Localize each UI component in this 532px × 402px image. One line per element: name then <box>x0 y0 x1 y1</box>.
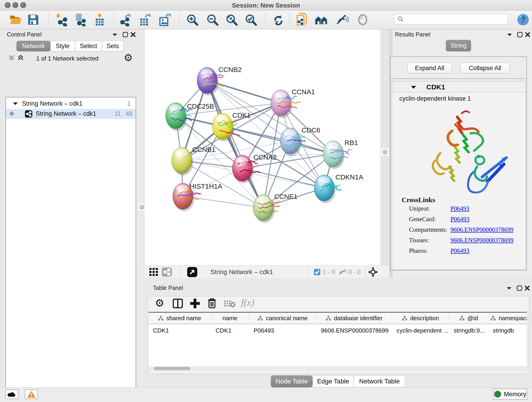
table-horizontal-scrollbar[interactable] <box>148 366 527 371</box>
tab-style[interactable]: Style <box>51 41 75 51</box>
crosslink-link[interactable]: 9606.ENSP00000378699 <box>450 226 513 233</box>
column-header-name[interactable]: name <box>211 313 249 324</box>
network-node-ccnb2[interactable]: CCNB2 <box>197 66 242 96</box>
column-header-description[interactable]: description <box>392 313 449 324</box>
import-table-icon[interactable] <box>93 12 107 27</box>
table-cell[interactable]: P06493 <box>249 325 317 336</box>
birds-eye-view-icon[interactable] <box>368 267 378 277</box>
tab-network[interactable]: Network <box>17 41 51 51</box>
network-options-gear-icon[interactable]: ⚙ <box>124 53 133 63</box>
network-node-cdkn1a[interactable]: CDKN1A <box>314 173 363 203</box>
collapse-all-button[interactable]: Collapse All <box>461 63 510 73</box>
refresh-icon[interactable] <box>271 12 285 27</box>
network-graph[interactable]: CCNB2CCNA1CDC25BCDK1CDC6RB1CCNB1CCNA2CDK… <box>145 29 380 265</box>
table-cell[interactable]: cyclin-dependent ... <box>392 325 449 336</box>
crosslink-link[interactable]: P06493 <box>450 247 469 254</box>
delete-column-icon[interactable] <box>207 298 217 309</box>
share-document-icon[interactable] <box>295 12 309 27</box>
table-cell[interactable]: CDK1 <box>211 325 249 336</box>
add-column-icon[interactable] <box>190 298 200 309</box>
cloud-button[interactable] <box>5 389 19 399</box>
zoom-selected-icon[interactable] <box>244 12 258 27</box>
collection-expand-icon[interactable] <box>12 102 18 106</box>
export-table-icon[interactable] <box>138 12 152 27</box>
expand-all-button[interactable]: Expand All <box>407 63 452 73</box>
function-builder-icon[interactable]: f(x) <box>241 297 254 308</box>
network-node-cdk1[interactable]: CDK1 <box>212 111 251 141</box>
network-row-selected[interactable]: String Network – cdk1 11 48 <box>6 109 136 119</box>
grid-view-icon[interactable] <box>149 268 158 276</box>
right-splitter-handle[interactable] <box>381 148 389 156</box>
column-header-canonical-name[interactable]: canonical name <box>249 313 317 324</box>
network-node-rb1[interactable]: RB1 <box>323 139 358 169</box>
horizontal-splitter[interactable] <box>144 278 532 282</box>
zoom-out-icon[interactable] <box>205 12 220 27</box>
protein-result-card: CDK1 cyclin-dependent kinase 1 <box>392 81 526 270</box>
network-node-cdc6[interactable]: CDC6 <box>280 126 320 156</box>
tab-sets[interactable]: Sets <box>102 41 123 51</box>
string-home-icon[interactable] <box>314 12 329 27</box>
results-panel-menu-icon[interactable] <box>506 32 513 37</box>
open-session-icon[interactable] <box>9 12 23 27</box>
export-network-icon[interactable] <box>119 12 133 27</box>
column-header-namespace[interactable]: namespace <box>488 313 532 324</box>
column-header-shared-name[interactable]: shared name <box>148 313 211 324</box>
network-canvas[interactable]: CCNB2CCNA1CDC25BCDK1CDC6RB1CCNB1CCNA2CDK… <box>144 29 380 265</box>
table-panel-menu-icon[interactable] <box>506 286 512 291</box>
help-icon[interactable]: ? <box>516 12 530 27</box>
table-gear-icon[interactable]: ⚙ <box>155 296 164 310</box>
protein-card-header[interactable]: CDK1 <box>392 81 526 92</box>
tab-string[interactable]: String <box>446 40 471 51</box>
tab-network-table[interactable]: Network Table <box>354 375 405 387</box>
memory-button[interactable]: Memory <box>493 389 527 400</box>
crosslink-link[interactable]: P06493 <box>450 216 469 223</box>
network-view-title: String Network – cdk1 <box>210 268 273 276</box>
column-header-database-identifier[interactable]: database identifier <box>317 313 392 324</box>
network-node-hist1h1a[interactable]: HIST1H1A <box>173 182 222 211</box>
table-cell[interactable]: CDK1 <box>148 325 211 336</box>
search-input[interactable] <box>404 16 502 23</box>
show-glass-icon[interactable] <box>355 12 370 27</box>
network-node-ccne1[interactable]: CCNE1 <box>253 193 298 223</box>
column-header-@id[interactable]: @id <box>449 313 488 324</box>
open-in-new-window-icon[interactable] <box>187 267 197 277</box>
table-vertical-scroll-track[interactable] <box>527 312 529 371</box>
control-panel-float-icon[interactable] <box>122 32 128 38</box>
table-row[interactable]: CDK1CDK1P064939606.ENSP00000378699cyclin… <box>148 325 527 336</box>
zoom-fit-icon[interactable] <box>225 12 239 27</box>
crosslink-link[interactable]: P06493 <box>450 205 469 212</box>
table-cell[interactable]: stringdb:9... <box>449 325 488 336</box>
save-session-icon[interactable] <box>26 12 40 27</box>
warning-button[interactable] <box>25 389 38 399</box>
column-header-label: name <box>222 315 237 322</box>
network-node-ccna1[interactable]: CCNA1 <box>271 88 315 118</box>
network-collection-row[interactable]: String Network – cdk1 1 <box>6 99 136 109</box>
import-network-from-database-icon[interactable] <box>73 12 87 27</box>
control-panel-menu-icon[interactable] <box>112 32 118 37</box>
control-panel-close-icon[interactable] <box>130 32 136 38</box>
network-node-ccnb1[interactable]: CCNB1 <box>172 146 215 176</box>
hide-glass-icon[interactable] <box>335 12 349 27</box>
tab-edge-table[interactable]: Edge Table <box>312 375 354 387</box>
node-label: CCNB2 <box>218 66 242 73</box>
show-columns-icon[interactable] <box>173 299 183 308</box>
selected-checkbox-icon[interactable] <box>314 269 320 275</box>
node-gloss-highlight <box>175 149 187 156</box>
hidden-eye-icon[interactable] <box>338 269 347 275</box>
export-image-icon[interactable] <box>158 12 172 27</box>
table-cell[interactable]: 9606.ENSP00000378699 <box>317 325 392 336</box>
scrollbar-thumb[interactable] <box>154 367 190 370</box>
table-panel-float-icon[interactable] <box>516 285 522 291</box>
results-panel-float-icon[interactable] <box>517 32 523 38</box>
results-panel-close-icon[interactable] <box>525 32 531 38</box>
import-network-icon[interactable] <box>55 12 69 27</box>
protein-collapse-icon[interactable] <box>410 85 417 89</box>
crosslink-link[interactable]: 9606.ENSP00000378699 <box>450 237 513 244</box>
tab-select[interactable]: Select <box>75 41 102 51</box>
table-panel-close-icon[interactable] <box>524 285 530 291</box>
delete-table-icon[interactable] <box>224 300 236 308</box>
tab-node-table[interactable]: Node Table <box>271 375 312 387</box>
table-cell[interactable]: stringdb <box>488 325 532 336</box>
network-view-share-icon[interactable] <box>162 268 172 277</box>
zoom-in-icon[interactable] <box>185 12 199 27</box>
